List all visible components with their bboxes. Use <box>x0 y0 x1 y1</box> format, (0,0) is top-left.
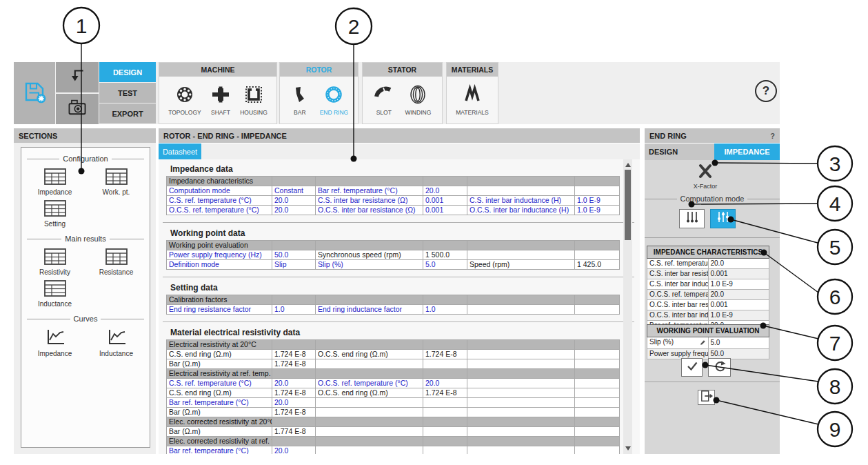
curve-item-impedance[interactable]: Impedance <box>24 328 85 357</box>
subheader-cell <box>272 417 316 427</box>
table-cell[interactable]: C.S. ref. temperature (°C) <box>167 196 272 206</box>
tab-impedance-endring[interactable]: IMPEDANCE <box>714 144 780 160</box>
callout-number: 2 <box>348 15 360 38</box>
table-cell[interactable]: Bar ref. temperature (°C) <box>167 446 272 455</box>
curve-item-inductance[interactable]: Inductance <box>85 328 147 357</box>
scroll-down-icon[interactable] <box>625 446 631 451</box>
x-factor-button[interactable]: X-Factor <box>678 163 733 190</box>
vertical-scrollbar[interactable] <box>623 159 632 454</box>
table-cell[interactable]: 0.001 <box>423 206 467 215</box>
callout-number: 4 <box>829 192 841 215</box>
side-table-value[interactable]: 20.0 <box>708 290 769 300</box>
table-cell[interactable]: O.C.S. inter bar inductance (H) <box>467 206 575 215</box>
computation-mode-constant-button[interactable] <box>679 209 705 228</box>
table-cell[interactable]: O.C.S. ref. temperature (°C) <box>316 379 423 388</box>
toolbar-item-topology[interactable]: TOPOLOGY <box>168 84 201 116</box>
table-cell[interactable]: O.C.S. inter bar resistance (Ω) <box>316 206 423 215</box>
tab-test[interactable]: TEST <box>99 83 156 103</box>
toolbar-item-bar[interactable]: BAR <box>290 84 310 116</box>
table-cell: 1 500.0 <box>423 250 467 260</box>
side-table-value[interactable]: 0.001 <box>708 269 769 279</box>
table-cell[interactable]: Bar ref. temperature (°C) <box>316 186 423 196</box>
table-cell[interactable]: C.S. inter bar resistance (Ω) <box>316 196 423 206</box>
toolbar-item-winding[interactable]: WINDING <box>405 84 431 116</box>
table-cell[interactable]: C.S. ref. temperature (°C) <box>167 379 272 388</box>
scrollbar-thumb[interactable] <box>625 170 631 240</box>
load-arrow-button[interactable] <box>56 62 99 92</box>
table-cell[interactable]: End ring resistance factor <box>167 305 272 315</box>
x-factor-label: X-Factor <box>694 183 718 190</box>
table-subheader-row: Impedance characteristics <box>167 177 620 186</box>
callout-circle-3 <box>818 146 852 181</box>
toolbar-item-shaft[interactable]: SHAFT <box>210 84 231 116</box>
side-table-value[interactable]: 0.001 <box>708 300 769 310</box>
reset-button[interactable] <box>708 358 731 377</box>
table-cell[interactable]: 5.0 <box>423 260 467 270</box>
table-cell[interactable]: C.S. inter bar inductance (H) <box>467 196 575 206</box>
curve-icon <box>45 328 65 348</box>
tab-design-endring[interactable]: DESIGN <box>645 144 714 160</box>
table-cell[interactable]: 0.001 <box>423 196 467 206</box>
table-cell[interactable]: 1.0 E-9 <box>575 206 620 215</box>
table-cell[interactable]: End ring inductance factor <box>316 305 423 315</box>
table-cell[interactable]: Power supply frequency (Hz) <box>167 250 272 260</box>
section-item-resistance[interactable]: Resistance <box>85 248 147 276</box>
help-icon[interactable]: ? <box>755 80 777 102</box>
side-table-label: Slip (%) <box>647 337 709 349</box>
snapshot-button[interactable] <box>56 94 99 124</box>
section-item-work-pt[interactable]: Work. pt. <box>85 168 147 196</box>
toolbar-group-stator: STATOR SLOT W <box>362 62 443 124</box>
panel-help-icon[interactable]: ? <box>770 132 775 140</box>
table-cell[interactable]: Slip (%) <box>316 260 423 270</box>
toolbar-group-materials: MATERIALS MATERIALS <box>446 62 498 124</box>
section-item-resistivity[interactable]: Resistivity <box>24 248 85 276</box>
computation-mode-characterized-button[interactable] <box>710 209 736 228</box>
table-cell[interactable]: Computation mode <box>167 186 272 196</box>
table-cell: Synchronous speed (rpm) <box>316 250 423 260</box>
table-cell[interactable]: Slip <box>272 260 316 270</box>
sections-inner-box: Configuration Impedance Work. pt. Settin… <box>21 147 150 448</box>
table-cell[interactable]: 20.0 <box>423 186 467 196</box>
toolbar-item-slot[interactable]: SLOT <box>374 84 394 116</box>
side-table-value[interactable]: 20.0 <box>708 259 769 269</box>
callout-number: 3 <box>829 152 841 175</box>
side-table-row: O.C.S. ref. temperature (°C)20.0 <box>647 290 769 300</box>
table-cell[interactable]: Definition mode <box>167 260 272 270</box>
callout-number: 9 <box>829 418 841 441</box>
toolbar-item-housing[interactable]: HOUSING <box>240 84 268 116</box>
table-cell[interactable]: 1.0 <box>272 305 316 315</box>
section-item-setting[interactable]: Setting <box>24 200 85 228</box>
table-cell[interactable]: 20.0 <box>272 196 316 206</box>
table-icon <box>105 168 128 186</box>
table-cell[interactable]: O.C.S. ref. temperature (°C) <box>167 206 272 215</box>
table-cell[interactable]: 1.0 <box>423 305 467 315</box>
table-cell[interactable]: 20.0 <box>272 379 316 388</box>
table-cell[interactable]: 20.0 <box>272 206 316 215</box>
table-cell[interactable]: Constant <box>272 186 316 196</box>
side-table-value[interactable]: 1.0 E-9 <box>708 310 769 321</box>
subheader-cell <box>423 417 467 427</box>
side-table-value[interactable]: 1.0 E-9 <box>708 279 769 290</box>
toolbar-item-materials[interactable]: MATERIALS <box>456 84 489 116</box>
scroll-up-icon[interactable] <box>625 163 631 167</box>
section-item-inductance[interactable]: Inductance <box>24 280 85 308</box>
tab-datasheet[interactable]: Datasheet <box>159 144 201 159</box>
export-button[interactable] <box>698 390 715 405</box>
toolbar-item-label: END RING <box>320 109 349 116</box>
table-cell[interactable]: 20.0 <box>423 379 467 388</box>
toolbar-item-end-ring[interactable]: END RING <box>320 84 349 116</box>
table-cell[interactable]: Bar ref. temperature (°C) <box>167 398 272 408</box>
tab-design[interactable]: DESIGN <box>99 62 156 82</box>
datasheet-breadcrumb: ROTOR - END RING - IMPEDANCE <box>163 132 287 140</box>
apply-button[interactable] <box>681 358 703 377</box>
table-cell[interactable]: 1.0 E-9 <box>575 196 620 206</box>
table-cell[interactable]: 50.0 <box>272 250 316 260</box>
toolbar-item-label: MATERIALS <box>456 109 489 116</box>
table-cell: 1.774 E-8 <box>272 427 316 437</box>
side-table-value[interactable]: 5.0 <box>708 337 769 349</box>
table-cell[interactable]: 20.0 <box>272 398 316 408</box>
section-item-impedance[interactable]: Impedance <box>24 168 85 196</box>
table-cell[interactable]: 20.0 <box>272 446 316 455</box>
tab-export[interactable]: EXPORT <box>99 103 156 123</box>
save-button[interactable] <box>14 62 55 124</box>
